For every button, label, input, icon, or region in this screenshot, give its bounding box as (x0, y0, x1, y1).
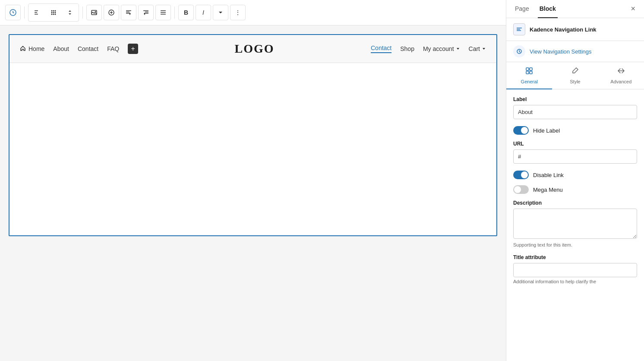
toolbar-group-1 (28, 3, 79, 22)
preview-block: Home About Contact FAQ + LOGO (9, 34, 497, 236)
tab-general[interactable]: General (506, 62, 552, 89)
title-attribute-helper: Additional information to help clarify t… (513, 279, 637, 284)
svg-point-12 (55, 14, 56, 15)
view-navigation-settings-row[interactable]: View Navigation Settings (506, 41, 644, 62)
advanced-tab-icon (617, 66, 625, 77)
nav-right: Contact Shop My account Cart (371, 44, 486, 53)
label-form-group: Label (513, 96, 637, 119)
kadence-nav-link-row: Kadence Navigation Link (506, 18, 644, 41)
preview-area: Home About Contact FAQ + LOGO (0, 25, 506, 361)
editor-toolbar: B I ⋮ (0, 0, 506, 25)
nav-my-account-link[interactable]: My account (423, 45, 460, 52)
nav-contact-label: Contact (78, 45, 98, 52)
svg-point-6 (55, 10, 56, 12)
svg-rect-3 (35, 14, 38, 15)
italic-button[interactable]: I (196, 5, 211, 20)
tab-page[interactable]: Page (513, 0, 531, 18)
label-input[interactable] (513, 105, 637, 119)
hide-label-toggle-label: Hide Label (533, 127, 560, 134)
nav-contact-right-label: Contact (371, 44, 391, 51)
home-icon (20, 45, 26, 53)
svg-rect-29 (526, 68, 529, 70)
label-field-label: Label (513, 96, 637, 102)
svg-rect-23 (161, 12, 166, 13)
text-left-button[interactable] (121, 5, 136, 20)
move-updown-button[interactable] (62, 5, 78, 20)
view-navigation-settings-label: View Navigation Settings (530, 48, 592, 55)
general-tab-icon (525, 66, 534, 77)
nav-about-label: About (53, 45, 69, 52)
tab-block[interactable]: Block (538, 0, 558, 18)
svg-rect-26 (517, 29, 520, 30)
tab-advanced[interactable]: Advanced (598, 62, 644, 89)
nav-contact-link[interactable]: Contact (78, 45, 98, 52)
indent-button[interactable] (29, 5, 45, 20)
my-account-chevron-icon (456, 45, 460, 52)
description-textarea[interactable] (513, 209, 637, 239)
svg-point-9 (55, 12, 56, 13)
sidebar-tabs: Page Block (513, 0, 558, 18)
svg-rect-1 (35, 10, 38, 11)
toolbar-sep-2 (82, 6, 83, 19)
title-attribute-input[interactable] (513, 263, 637, 277)
description-field-label: Description (513, 200, 637, 206)
nav-home-link[interactable]: Home (20, 45, 44, 53)
hide-label-toggle[interactable] (513, 126, 529, 135)
nav-logo: LOGO (138, 42, 371, 56)
advanced-tab-label: Advanced (610, 79, 631, 84)
sidebar-content: Label Hide Label URL Disable Link Mega M… (506, 89, 644, 361)
grid-button[interactable] (46, 5, 61, 20)
mega-menu-toggle-row: Mega Menu (513, 185, 637, 194)
nav-about-link[interactable]: About (53, 45, 69, 52)
svg-rect-16 (126, 10, 131, 11)
nav-shop-label: Shop (400, 45, 414, 52)
nav-add-button[interactable]: + (128, 44, 138, 54)
add-button[interactable] (104, 5, 119, 20)
url-form-group: URL (513, 141, 637, 164)
kadence-icon (513, 23, 525, 35)
sidebar-header: Page Block × (506, 0, 644, 18)
svg-rect-19 (143, 10, 148, 11)
svg-rect-24 (161, 14, 166, 15)
mega-menu-toggle-label: Mega Menu (533, 187, 563, 193)
nav-contact-right-link[interactable]: Contact (371, 44, 391, 53)
general-tab-label: General (521, 79, 538, 84)
nav-shop-link[interactable]: Shop (400, 45, 414, 52)
title-attribute-label: Title attribute (513, 254, 637, 260)
dropdown-button[interactable] (213, 5, 228, 20)
nav-my-account-label: My account (423, 45, 454, 52)
close-button[interactable]: × (629, 3, 637, 15)
align-button[interactable] (155, 5, 171, 20)
svg-point-7 (51, 12, 53, 13)
svg-rect-2 (35, 12, 37, 13)
sidebar-panel: Page Block × Kadence Navigation Link (506, 0, 644, 361)
nav-faq-link[interactable]: FAQ (107, 45, 119, 52)
nav-left: Home About Contact FAQ + (20, 44, 138, 54)
pen-button[interactable] (5, 5, 21, 20)
disable-link-toggle-label: Disable Link (533, 172, 564, 178)
image-button[interactable] (86, 5, 102, 20)
cart-chevron-icon (482, 45, 486, 52)
description-form-group: Description Supporting text for this ite… (513, 200, 637, 247)
svg-rect-20 (145, 12, 148, 13)
disable-link-toggle[interactable] (513, 171, 529, 179)
url-input[interactable] (513, 149, 637, 164)
mega-menu-toggle[interactable] (513, 185, 529, 194)
svg-rect-17 (126, 12, 129, 13)
more-options-button[interactable]: ⋮ (230, 5, 246, 20)
title-attribute-form-group: Title attribute Additional information t… (513, 254, 637, 284)
nav-bar: Home About Contact FAQ + LOGO (9, 35, 496, 63)
bold-button[interactable]: B (178, 5, 194, 20)
nav-cart-link[interactable]: Cart (469, 45, 486, 52)
svg-point-4 (51, 10, 53, 12)
tab-style[interactable]: Style (552, 62, 598, 89)
svg-rect-30 (530, 68, 532, 70)
toolbar-sep-1 (24, 6, 25, 19)
svg-point-14 (95, 11, 96, 13)
svg-rect-25 (517, 28, 522, 28)
description-helper: Supporting text for this item. (513, 242, 637, 247)
toolbar-sep-3 (174, 6, 175, 19)
url-field-label: URL (513, 141, 637, 147)
text-right-button[interactable] (138, 5, 154, 20)
svg-point-11 (53, 14, 54, 15)
